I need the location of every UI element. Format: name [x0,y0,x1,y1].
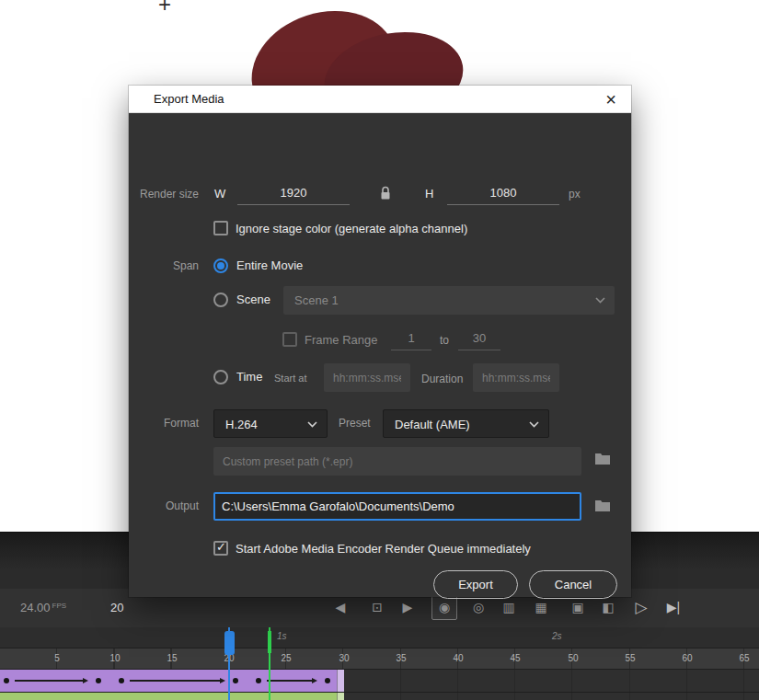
frame-range-checkbox[interactable] [282,332,297,347]
format-select-value: H.264 [225,418,258,431]
fps-indicator: 24.00FPS [20,601,66,614]
step-forward-one-icon[interactable]: ▶| [661,595,686,620]
timeline-tracks [0,670,759,700]
entire-movie-label: Entire Movie [236,258,303,272]
render-size-label: Render size [129,188,199,201]
step-back-icon[interactable]: ◀ [328,595,353,620]
start-ame-checkbox[interactable] [213,541,228,556]
dialog-body: Render size W H px Ignore stage color (g… [129,113,631,597]
tween-arrow [267,680,316,682]
duration-input[interactable] [473,363,559,392]
preset-select-value: Default (AME) [395,418,470,431]
keyframe-dot[interactable] [256,678,261,683]
onion-skin-icon[interactable]: ◉ [431,595,457,620]
frame-range-from-input[interactable] [391,327,431,350]
preset-select[interactable]: Default (AME) [383,409,549,438]
format-label: Format [129,417,199,430]
duration-label: Duration [421,373,463,385]
playhead-handle[interactable] [224,631,235,655]
chevron-down-icon [529,410,539,439]
current-frame-indicator: 20 [110,601,123,614]
center-frame-icon[interactable]: ⊡ [364,595,390,620]
onion-range-marker[interactable] [269,627,270,700]
ruler-frame-number: 55 [625,653,635,663]
insert-keyframe-icon[interactable]: ▣ [565,595,591,620]
ruler-frames[interactable]: 5101520253035404550556065 [0,648,759,670]
start-at-label: Start at [274,373,306,384]
custom-preset-path-input[interactable] [213,447,581,476]
time-label: Time [236,370,262,384]
ignore-stage-color-label: Ignore stage color (generate alpha chann… [236,222,467,235]
ruler-frame-number: 15 [167,653,177,663]
chevron-down-icon [307,410,317,439]
keyframe-dot[interactable] [233,678,238,683]
track-tween-layer-purple[interactable] [0,670,759,693]
height-label: H [425,187,433,201]
start-at-input[interactable] [324,363,410,392]
frame-range-to-input[interactable] [458,327,500,350]
ruler-frame-number: 5 [54,653,60,663]
start-ame-label: Start Adobe Media Encoder Render Queue i… [236,542,531,556]
height-input[interactable] [447,181,559,205]
keyframe-dot[interactable] [119,678,124,683]
ruler-frame-number: 25 [281,653,291,663]
width-label: W [214,187,225,201]
ruler-seconds[interactable]: 1s2s [0,627,759,648]
audio-mute-icon[interactable]: ◧ [595,595,621,620]
tween-arrow [130,680,224,682]
ruler-frame-number: 35 [396,653,406,663]
dialog-title: Export Media [154,92,224,106]
modify-frame-markers-icon[interactable]: ▦ [528,595,554,620]
frame-range-label: Frame Range [305,333,377,347]
export-media-dialog: Export Media × Render size W H px Ignore… [129,86,631,597]
track-tween-layer-green[interactable] [0,693,759,700]
chevron-down-icon [595,286,605,315]
ruler-second-label: 1s [277,631,287,641]
lock-icon[interactable] [379,185,392,203]
ruler-frame-number: 65 [739,653,749,663]
tween-arrow [15,680,86,682]
cancel-button[interactable]: Cancel [529,570,617,599]
onion-skin-outlines-icon[interactable]: ◎ [466,595,491,620]
step-forward-icon[interactable]: ▶ [395,595,420,620]
app-screen: + 24.00FPS 20 ◀⊡▶◉◎▥▦▣◧▷▶| 1s2s 51015202… [0,0,759,700]
dialog-titlebar[interactable]: Export Media × [129,86,631,113]
keyframe-dot[interactable] [4,678,9,683]
ignore-stage-color-checkbox[interactable] [213,221,228,235]
edit-multiple-frames-icon[interactable]: ▥ [496,595,522,620]
ruler-frame-number: 10 [109,653,120,663]
preset-label: Preset [339,417,371,430]
scene-select-value: Scene 1 [294,293,339,307]
ruler-frame-number: 60 [682,653,692,663]
browse-output-folder-icon[interactable] [594,499,611,515]
px-unit-label: px [569,188,581,201]
scene-label: Scene [236,293,270,306]
keyframe-dot[interactable] [325,678,330,683]
output-path-input[interactable] [213,492,581,521]
ruler-frame-number: 45 [510,653,520,663]
format-select[interactable]: H.264 [213,409,328,438]
keyframe-dot[interactable] [96,678,101,683]
browse-preset-folder-icon[interactable] [594,453,611,468]
close-icon[interactable]: × [605,90,616,109]
ruler-frame-number: 50 [568,653,578,663]
fps-unit: FPS [52,602,67,610]
frame-range-to-label: to [440,334,449,347]
span-label: Span [129,259,199,272]
time-radio[interactable] [213,370,228,384]
width-input[interactable] [237,181,350,205]
export-button[interactable]: Export [433,570,518,599]
entire-movie-radio[interactable] [213,258,228,273]
stage-plus-glyph: + [158,0,171,17]
play-icon[interactable]: ▷ [628,595,654,620]
scene-select[interactable]: Scene 1 [283,286,615,315]
scene-radio[interactable] [213,293,228,307]
ruler-frame-number: 30 [339,653,349,663]
ruler-frame-number: 40 [453,653,463,663]
ruler-second-label: 2s [552,631,562,641]
output-label: Output [129,499,199,512]
fps-value: 24.00 [20,601,51,614]
